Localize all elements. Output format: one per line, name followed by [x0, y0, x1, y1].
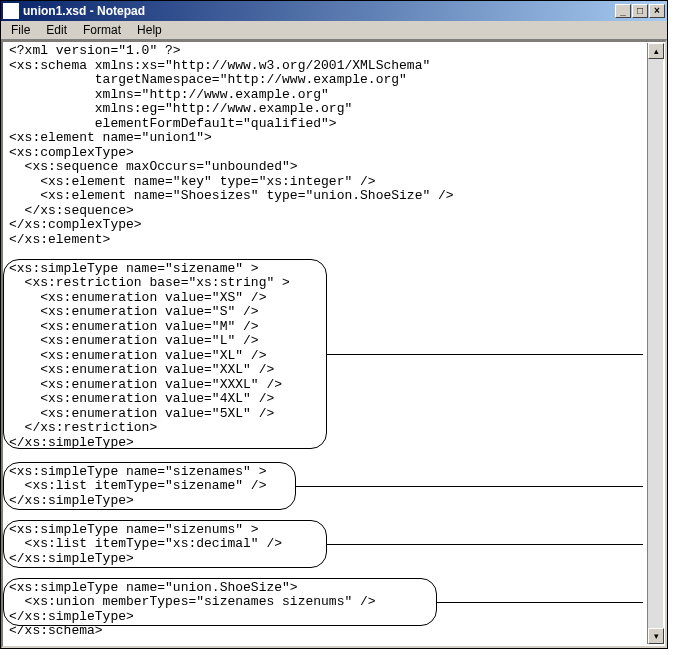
- vertical-scrollbar[interactable]: ▴ ▾: [647, 43, 663, 644]
- menubar: File Edit Format Help: [1, 21, 667, 40]
- minimize-button[interactable]: _: [615, 4, 631, 18]
- close-button[interactable]: ×: [649, 4, 665, 18]
- editor-text[interactable]: <?xml version="1.0" ?> <xs:schema xmlns:…: [9, 44, 659, 639]
- app-icon: [3, 3, 19, 19]
- window-title: union1.xsd - Notepad: [23, 4, 615, 18]
- window-controls: _ □ ×: [615, 4, 665, 18]
- menu-help[interactable]: Help: [131, 22, 168, 38]
- titlebar: union1.xsd - Notepad _ □ ×: [1, 1, 667, 21]
- scroll-down-button[interactable]: ▾: [648, 628, 664, 644]
- menu-file[interactable]: File: [5, 22, 36, 38]
- menu-edit[interactable]: Edit: [40, 22, 73, 38]
- notepad-window: union1.xsd - Notepad _ □ × File Edit For…: [0, 0, 668, 649]
- maximize-button[interactable]: □: [632, 4, 648, 18]
- scroll-up-button[interactable]: ▴: [648, 43, 664, 59]
- editor-area[interactable]: <?xml version="1.0" ?> <xs:schema xmlns:…: [1, 40, 667, 648]
- menu-format[interactable]: Format: [77, 22, 127, 38]
